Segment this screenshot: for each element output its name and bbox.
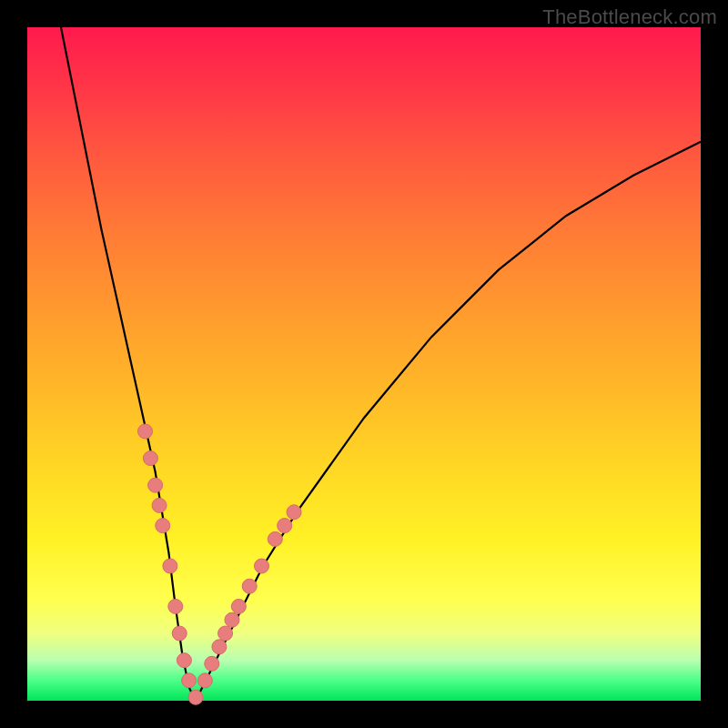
data-marker bbox=[168, 599, 183, 613]
data-marker bbox=[172, 626, 187, 641]
data-marker bbox=[188, 690, 203, 704]
data-marker bbox=[268, 531, 282, 546]
data-marker bbox=[197, 673, 212, 688]
data-markers bbox=[138, 424, 302, 704]
data-marker bbox=[225, 612, 239, 627]
data-marker bbox=[218, 626, 233, 641]
data-marker bbox=[182, 673, 197, 688]
data-marker bbox=[255, 559, 269, 573]
chart-frame: TheBottleneck.com bbox=[0, 0, 728, 728]
watermark-text: TheBottleneck.com bbox=[542, 5, 717, 29]
bottleneck-curve bbox=[61, 27, 701, 701]
data-marker bbox=[156, 519, 170, 533]
data-marker bbox=[143, 451, 157, 466]
chart-svg bbox=[27, 27, 701, 701]
data-marker bbox=[205, 656, 219, 671]
plot-area bbox=[27, 27, 701, 701]
data-marker bbox=[242, 579, 257, 593]
data-marker bbox=[278, 519, 292, 533]
data-marker bbox=[287, 505, 301, 520]
data-marker bbox=[212, 640, 227, 654]
data-marker bbox=[231, 599, 246, 613]
data-marker bbox=[138, 424, 153, 439]
data-marker bbox=[163, 559, 177, 573]
data-marker bbox=[177, 653, 191, 668]
data-marker bbox=[148, 478, 163, 492]
data-marker bbox=[152, 498, 167, 512]
